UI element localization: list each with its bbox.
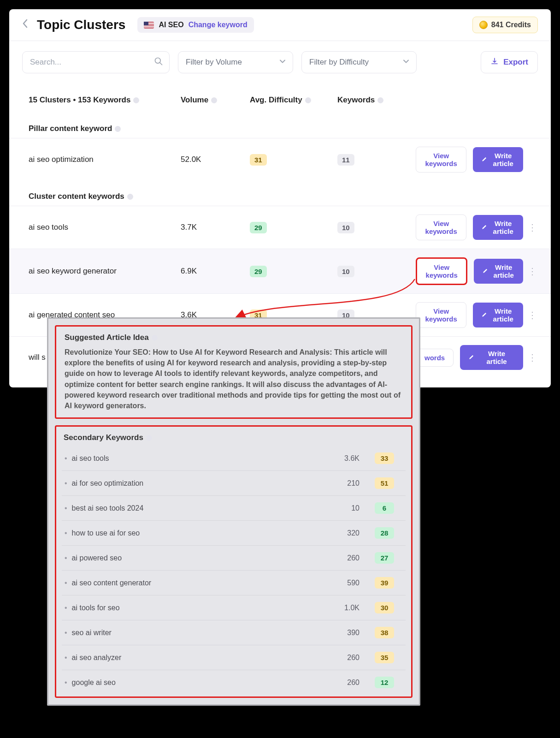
search-icon xyxy=(154,57,163,68)
row-menu-icon[interactable]: ⋮ xyxy=(523,266,542,277)
view-keywords-button[interactable]: View keywords xyxy=(416,147,466,173)
info-icon xyxy=(127,194,133,200)
secondary-keyword-row: how to use ai for seo32028 xyxy=(62,520,406,545)
page-title: Topic Clusters xyxy=(37,18,125,32)
secondary-volume: 3.6K xyxy=(324,454,366,463)
count-badge: 11 xyxy=(337,154,354,166)
pillar-row: ai seo optimization 52.0K 31 11 View key… xyxy=(9,138,551,181)
secondary-volume: 590 xyxy=(324,579,366,587)
secondary-keyword-row: ai tools for seo1.0K30 xyxy=(62,595,406,620)
write-article-button[interactable]: Write article xyxy=(473,303,523,327)
search-box xyxy=(22,51,170,73)
info-icon xyxy=(146,435,152,441)
pencil-icon xyxy=(468,354,475,362)
secondary-keyword-row: best ai seo tools 2024106 xyxy=(62,495,406,520)
keyword-pill: AI SEO Change keyword xyxy=(137,17,253,33)
col-volume: Volume xyxy=(181,95,250,105)
write-article-button[interactable]: Write article xyxy=(460,345,523,370)
write-label: Write article xyxy=(491,152,515,167)
secondary-keyword-label: ai seo content generator xyxy=(65,579,324,587)
difficulty-badge: 31 xyxy=(250,154,267,166)
column-headers: 15 Clusters • 153 Keywords Volume Avg. D… xyxy=(9,83,551,113)
row-menu-icon[interactable]: ⋮ xyxy=(523,309,542,321)
change-keyword-link[interactable]: Change keyword xyxy=(189,21,248,29)
secondary-difficulty: 12 xyxy=(366,677,403,688)
secondary-difficulty: 38 xyxy=(366,627,403,638)
secondary-difficulty: 28 xyxy=(366,527,403,539)
cluster-section-title: Cluster content keywords xyxy=(9,181,551,206)
us-flag-icon xyxy=(144,22,154,29)
write-article-button[interactable]: Write article xyxy=(473,147,523,172)
secondary-volume: 320 xyxy=(324,529,366,537)
secondary-keyword-label: seo ai writer xyxy=(65,629,324,637)
write-label: Write article xyxy=(491,220,515,235)
difficulty-badge: 12 xyxy=(375,677,394,688)
info-icon xyxy=(115,126,121,132)
difficulty-badge: 27 xyxy=(375,552,394,564)
info-icon xyxy=(152,335,158,341)
secondary-keyword-label: ai tools for seo xyxy=(65,604,324,612)
volume-cell: 6.9K xyxy=(181,267,250,276)
secondary-keyword-label: best ai seo tools 2024 xyxy=(65,504,324,512)
volume-cell: 3.7K xyxy=(181,223,250,232)
row-menu-icon[interactable]: ⋮ xyxy=(523,222,542,233)
secondary-difficulty: 35 xyxy=(366,652,403,663)
difficulty-badge: 30 xyxy=(375,602,394,613)
view-keywords-button[interactable]: words xyxy=(416,349,454,367)
export-button[interactable]: Export xyxy=(481,51,538,73)
view-keywords-button[interactable]: View keywords xyxy=(416,257,467,285)
secondary-difficulty: 51 xyxy=(366,477,403,489)
keyword-cell: ai seo keyword generator xyxy=(29,267,181,276)
secondary-difficulty: 30 xyxy=(366,602,403,613)
coin-icon xyxy=(479,21,488,29)
difficulty-cell: 31 xyxy=(250,154,337,166)
volume-filter[interactable]: Filter by Volume xyxy=(178,51,293,73)
difficulty-filter[interactable]: Filter by Difficulty xyxy=(301,51,417,73)
secondary-volume: 10 xyxy=(324,504,366,512)
info-icon xyxy=(211,97,217,103)
write-article-button[interactable]: Write article xyxy=(473,215,523,240)
write-label: Write article xyxy=(478,350,515,365)
secondary-keyword-row: ai seo content generator59039 xyxy=(62,570,406,595)
pencil-icon xyxy=(482,268,489,275)
col-keywords: Keywords xyxy=(337,95,416,105)
secondary-volume: 390 xyxy=(324,629,366,637)
row-menu-icon[interactable]: ⋮ xyxy=(523,352,542,363)
view-keywords-button[interactable]: View keywords xyxy=(416,214,466,240)
back-icon[interactable] xyxy=(22,18,29,31)
secondary-keyword-row: seo ai writer39038 xyxy=(62,620,406,645)
credits-badge[interactable]: 841 Credits xyxy=(472,17,538,33)
row-actions: wordsWrite article xyxy=(416,345,523,370)
pencil-icon xyxy=(481,311,488,319)
view-keywords-button[interactable]: View keywords xyxy=(416,302,466,328)
difficulty-badge: 29 xyxy=(250,266,267,277)
difficulty-badge: 33 xyxy=(375,452,394,464)
difficulty-cell: 29 xyxy=(250,222,337,233)
row-actions: View keywordsWrite article xyxy=(416,302,523,328)
secondary-keyword-label: how to use ai for seo xyxy=(65,529,324,537)
search-input[interactable] xyxy=(22,51,170,73)
credits-text: 841 Credits xyxy=(491,21,531,29)
keyword-cell: ai seo tools xyxy=(29,223,181,232)
export-label: Export xyxy=(503,58,528,67)
secondary-difficulty: 33 xyxy=(366,452,403,464)
col-summary: 15 Clusters • 153 Keywords xyxy=(29,95,181,105)
difficulty-badge: 35 xyxy=(375,652,394,663)
svg-line-1 xyxy=(160,63,162,65)
volume-filter-label: Filter by Volume xyxy=(186,58,242,67)
chevron-down-icon xyxy=(279,58,286,67)
secondary-keywords-title: Secondary Keywords xyxy=(62,430,406,446)
secondary-keyword-row: ai seo tools3.6K33 xyxy=(62,446,406,470)
write-article-button[interactable]: Write article xyxy=(474,259,523,284)
cluster-row: ai seo keyword generator6.9K2910View key… xyxy=(9,249,551,293)
suggested-article-title: Suggested Article Idea xyxy=(65,333,403,342)
volume-cell: 52.0K xyxy=(181,155,250,164)
difficulty-badge: 28 xyxy=(375,527,394,539)
suggested-article-body: Revolutionize Your SEO: How to Use AI fo… xyxy=(65,347,403,411)
secondary-volume: 260 xyxy=(324,654,366,662)
row-actions: View keywords Write article xyxy=(416,147,523,173)
info-icon xyxy=(377,97,383,103)
difficulty-badge: 51 xyxy=(375,477,394,489)
info-icon xyxy=(305,97,311,103)
write-label: Write article xyxy=(491,307,515,323)
